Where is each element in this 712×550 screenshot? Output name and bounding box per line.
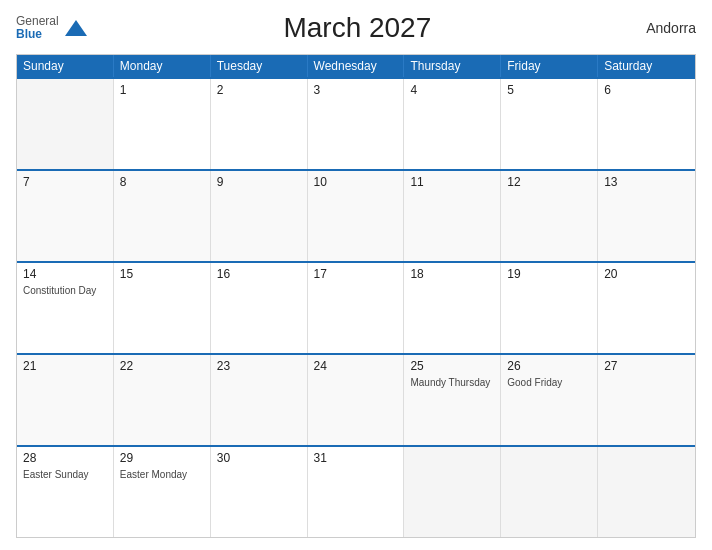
day-number: 31 [314,451,398,465]
day-cell: 1 [114,79,211,169]
day-cell [17,79,114,169]
day-cell: 27 [598,355,695,445]
day-event: Good Friday [507,377,562,388]
week-row: 78910111213 [17,169,695,261]
day-cell: 18 [404,263,501,353]
day-cell: 5 [501,79,598,169]
day-cell: 22 [114,355,211,445]
day-cell: 7 [17,171,114,261]
day-number: 20 [604,267,689,281]
week-row: 28Easter Sunday29Easter Monday3031 [17,445,695,537]
day-number: 18 [410,267,494,281]
day-cell: 26Good Friday [501,355,598,445]
day-cell [404,447,501,537]
day-header: Saturday [598,55,695,77]
logo-flag-icon [63,18,89,38]
day-cell: 25Maundy Thursday [404,355,501,445]
calendar-grid: SundayMondayTuesdayWednesdayThursdayFrid… [16,54,696,538]
day-event: Constitution Day [23,285,96,296]
day-cell: 24 [308,355,405,445]
day-cell: 15 [114,263,211,353]
day-cell: 28Easter Sunday [17,447,114,537]
week-row: 123456 [17,77,695,169]
day-number: 25 [410,359,494,373]
day-number: 30 [217,451,301,465]
day-header: Monday [114,55,211,77]
day-header: Friday [501,55,598,77]
day-headers-row: SundayMondayTuesdayWednesdayThursdayFrid… [17,55,695,77]
day-number: 5 [507,83,591,97]
day-header: Wednesday [308,55,405,77]
day-cell: 21 [17,355,114,445]
day-cell: 20 [598,263,695,353]
day-cell: 31 [308,447,405,537]
day-cell: 2 [211,79,308,169]
day-number: 22 [120,359,204,373]
day-cell: 6 [598,79,695,169]
day-number: 4 [410,83,494,97]
day-cell: 8 [114,171,211,261]
day-number: 16 [217,267,301,281]
header: General Blue March 2027 Andorra [16,12,696,44]
day-number: 14 [23,267,107,281]
day-number: 10 [314,175,398,189]
day-cell: 30 [211,447,308,537]
day-number: 19 [507,267,591,281]
day-cell: 3 [308,79,405,169]
day-number: 1 [120,83,204,97]
day-cell: 4 [404,79,501,169]
logo: General Blue [16,15,89,41]
day-cell: 9 [211,171,308,261]
day-number: 29 [120,451,204,465]
day-number: 24 [314,359,398,373]
weeks-container: 1234567891011121314Constitution Day15161… [17,77,695,537]
day-number: 8 [120,175,204,189]
day-header: Thursday [404,55,501,77]
day-number: 2 [217,83,301,97]
day-cell: 13 [598,171,695,261]
day-cell: 19 [501,263,598,353]
day-event: Easter Sunday [23,469,89,480]
day-header: Tuesday [211,55,308,77]
day-number: 12 [507,175,591,189]
calendar-page: General Blue March 2027 Andorra SundayMo… [0,0,712,550]
svg-marker-0 [65,20,87,36]
day-number: 28 [23,451,107,465]
day-cell: 17 [308,263,405,353]
day-number: 11 [410,175,494,189]
day-cell: 10 [308,171,405,261]
day-number: 23 [217,359,301,373]
day-number: 6 [604,83,689,97]
day-event: Easter Monday [120,469,187,480]
day-cell: 14Constitution Day [17,263,114,353]
day-number: 15 [120,267,204,281]
day-cell: 23 [211,355,308,445]
day-number: 13 [604,175,689,189]
logo-blue: Blue [16,28,59,41]
day-number: 27 [604,359,689,373]
week-row: 2122232425Maundy Thursday26Good Friday27 [17,353,695,445]
day-cell: 16 [211,263,308,353]
week-row: 14Constitution Day151617181920 [17,261,695,353]
day-cell: 11 [404,171,501,261]
day-header: Sunday [17,55,114,77]
day-cell [501,447,598,537]
day-number: 21 [23,359,107,373]
logo-text: General Blue [16,15,59,41]
day-cell: 12 [501,171,598,261]
country-label: Andorra [626,20,696,36]
day-event: Maundy Thursday [410,377,490,388]
day-number: 3 [314,83,398,97]
day-number: 17 [314,267,398,281]
day-number: 9 [217,175,301,189]
day-number: 7 [23,175,107,189]
day-cell [598,447,695,537]
day-number: 26 [507,359,591,373]
day-cell: 29Easter Monday [114,447,211,537]
calendar-title: March 2027 [89,12,626,44]
